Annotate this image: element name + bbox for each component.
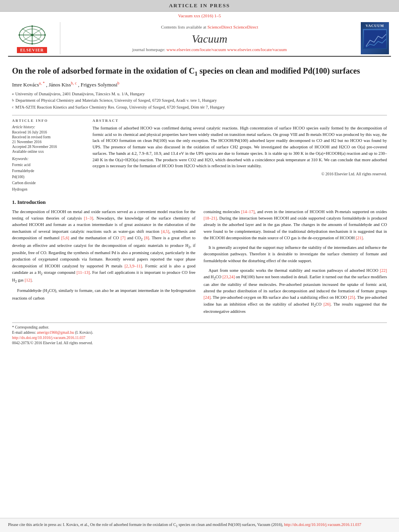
email-address[interactable]: amerigo1960@gmail.hu xyxy=(37,331,74,335)
abstract-text: The formation of adsorbed HCOO was confi… xyxy=(93,125,387,169)
aff1-sup: a xyxy=(12,91,14,98)
revised-date: 21 November 2016 xyxy=(12,140,84,144)
ref-5-6[interactable]: [5,6] xyxy=(61,236,69,240)
svg-point-10 xyxy=(31,34,33,36)
aff1-text: University of Dunaújváros, 2401 Dunaújvá… xyxy=(15,91,145,98)
elsevier-logo-section: ELSEVIER xyxy=(8,22,60,54)
cover-title: VACUUM xyxy=(366,24,384,28)
contents-text: Contents lists available at xyxy=(161,25,206,29)
ref-4-5[interactable]: [4,5] xyxy=(161,229,169,234)
copyright-line: © 2016 Elsevier Ltd. All rights reserved… xyxy=(93,172,387,176)
ref-8[interactable]: [8] xyxy=(144,236,149,240)
accepted-date: Accepted 28 November 2016 xyxy=(12,145,84,149)
author1-sup: a, * xyxy=(39,81,45,85)
elsevier-logo: ELSEVIER xyxy=(16,24,48,53)
main-content: On the role of adsorbed formate in the o… xyxy=(0,57,399,518)
author1-name: Imre Kovács xyxy=(12,82,39,88)
citation-line: Vacuum xxx (2016) 1–5 xyxy=(8,12,391,19)
section-title: 1. Introduction xyxy=(12,199,387,205)
received-date: Received 16 July 2016 xyxy=(12,130,84,134)
svg-point-9 xyxy=(19,34,20,36)
body-para-3: containing molecules [14–17], and even i… xyxy=(204,209,387,241)
keyword-3: Pd(100) xyxy=(12,174,84,180)
body-para-2: Formaldehyde (H2CO), similarly to format… xyxy=(12,288,195,302)
issn-text: 0042-207X/© 2016 Elsevier Ltd. All right… xyxy=(12,341,93,345)
bottom-citation-bar: Please cite this article in press as: I.… xyxy=(0,518,399,532)
ref-25[interactable]: [25] xyxy=(348,295,355,300)
homepage-text: journal homepage: xyxy=(132,47,165,52)
footnote-email: E-mail address: amerigo1960@gmail.hu (I.… xyxy=(12,331,387,335)
bottom-doi-link[interactable]: http://dx.doi.org/10.1016/j.vacuum.2016.… xyxy=(284,522,361,527)
body-columns: The decomposition of HCOOH on metal and … xyxy=(12,209,387,318)
abstract-col: ABSTRACT The formation of adsorbed HCOO … xyxy=(93,119,387,193)
svg-point-7 xyxy=(44,34,46,36)
footnote-star-label: * Corresponding author. xyxy=(12,325,49,329)
contents-available-line: Contents lists available at ScienceDirec… xyxy=(161,25,258,29)
article-info-heading: ARTICLE INFO xyxy=(12,119,84,123)
keyword-2: Formaldehyde xyxy=(12,168,84,174)
sciencedirect-label: ScienceDirect xyxy=(233,25,258,29)
author3-sup: b xyxy=(117,81,119,85)
author3-name: , Frigyes Solymosi xyxy=(78,82,117,88)
authors-line: Imre Kovácsa, * , János Kissb, c , Frigy… xyxy=(12,81,387,88)
ref-14-17[interactable]: [14–17] xyxy=(241,210,255,214)
received-revised-label: Received in revised form xyxy=(12,135,84,139)
elsevier-label: ELSEVIER xyxy=(17,47,47,53)
homepage-link[interactable]: www.elsevier.com/locate/vacuum xyxy=(167,47,226,52)
ref-24[interactable]: [24] xyxy=(204,295,211,300)
history-label: Article history: xyxy=(12,125,84,129)
journal-header-center: Contents lists available at ScienceDirec… xyxy=(60,22,359,54)
sciencedirect-link[interactable]: ScienceDirect xyxy=(208,25,232,29)
ref-21[interactable]: [21] xyxy=(356,236,363,240)
cover-image xyxy=(363,29,387,49)
ref-22[interactable]: [22] xyxy=(380,268,387,273)
journal-cover-section: VACUUM xyxy=(359,22,391,54)
homepage-line: journal homepage: www.elsevier.com/locat… xyxy=(132,47,287,52)
svg-point-8 xyxy=(31,43,33,45)
available-date: Available online xxx xyxy=(12,150,84,154)
ref-1-3[interactable]: [1–3] xyxy=(84,216,93,220)
article-info-col: ARTICLE INFO Article history: Received 1… xyxy=(12,119,84,193)
aip-banner-text: ARTICLE IN PRESS xyxy=(169,2,230,8)
footnote-corresponding: * Corresponding author. xyxy=(12,325,387,329)
page-wrapper: ARTICLE IN PRESS Vacuum xxx (2016) 1–5 xyxy=(0,0,399,532)
affiliations: a University of Dunaújváros, 2401 Dunaúj… xyxy=(12,91,387,111)
body-col-right: containing molecules [14–17], and even i… xyxy=(204,209,387,318)
ref-23-24[interactable]: [23,24] xyxy=(222,275,235,279)
keyword-5: Hydrogen xyxy=(12,187,84,193)
elsevier-tree-icon xyxy=(16,24,48,46)
body-para-5: Apart from some sporadic works the therm… xyxy=(204,267,387,315)
cover-chart-icon xyxy=(364,30,386,48)
doi-link[interactable]: http://dx.doi.org/10.1016/j.vacuum.2016.… xyxy=(12,336,85,340)
ref-26[interactable]: [26] xyxy=(323,302,331,306)
affiliation-1: a University of Dunaújváros, 2401 Dunaúj… xyxy=(12,91,387,98)
aff3-text: MTA-SZTE Reaction Kinetics and Surface C… xyxy=(15,104,225,111)
vacuum-cover: VACUUM xyxy=(361,22,389,54)
abstract-heading: ABSTRACT xyxy=(93,119,387,123)
body-para-4: It is generally accepted that the suppor… xyxy=(204,244,387,264)
keyword-4: Carbon dioxide xyxy=(12,180,84,186)
affiliation-3: c MTA-SZTE Reaction Kinetics and Surface… xyxy=(12,104,387,111)
footnotes-section: * Corresponding author. E-mail address: … xyxy=(12,322,387,345)
aff3-sup: c xyxy=(12,104,14,111)
ref-2-11[interactable]: [2,3,9–11] xyxy=(125,264,142,268)
aip-banner: ARTICLE IN PRESS xyxy=(0,0,399,12)
svg-rect-11 xyxy=(364,30,386,48)
author2-name: , János Kiss xyxy=(46,82,71,88)
affiliation-2: b Department of Physical Chemistry and M… xyxy=(12,97,387,104)
svg-point-6 xyxy=(31,25,33,27)
homepage-url-label: www.elsevier.com/locate/vacuum xyxy=(227,47,287,52)
divider-1 xyxy=(12,115,387,115)
email-name: (I. Kovács). xyxy=(75,331,93,335)
ref-12[interactable]: [12] xyxy=(25,278,32,282)
ref-11-13[interactable]: [11–13] xyxy=(76,270,90,275)
aff2-text: Department of Physical Chemistry and Mat… xyxy=(16,97,217,104)
bottom-bar-text: Please cite this article in press as: I.… xyxy=(8,522,361,527)
keywords-heading: Keywords: xyxy=(12,157,84,161)
journal-header: ELSEVIER Contents lists available at Sci… xyxy=(8,19,391,57)
ref-18-21[interactable]: [18–21] xyxy=(204,216,217,220)
article-title-text: On the role of adsorbed formate in the o… xyxy=(12,66,195,75)
title-subscript: 1 xyxy=(195,71,197,77)
keywords-section: Keywords: Formic acid Formaldehyde Pd(10… xyxy=(12,157,84,193)
ref-7[interactable]: [7] xyxy=(121,236,125,240)
